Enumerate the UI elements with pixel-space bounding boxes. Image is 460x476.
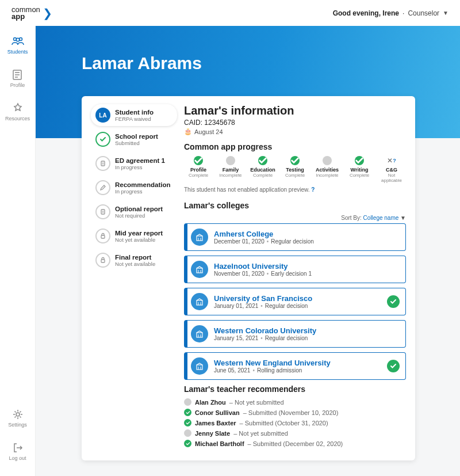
- college-card[interactable]: Western New England UniversityJune 05, 2…: [184, 352, 406, 380]
- college-badge-icon: [191, 357, 208, 375]
- colleges-list: Amherst CollegeDecember 01, 2020•Regular…: [184, 223, 406, 380]
- college-card[interactable]: Hazelnoot UniversityNovember 01, 2020•Ea…: [184, 256, 406, 283]
- college-meta: December 01, 2020•Regular decision: [214, 238, 314, 245]
- recommender-status: – Not yet submitted: [229, 399, 284, 406]
- progress-tile: FamilyIncomplete: [216, 156, 245, 183]
- college-name: University of San Francisco: [214, 294, 312, 303]
- check-icon: [95, 132, 110, 147]
- svg-rect-8: [101, 161, 105, 166]
- avatar-initials-icon: LA: [95, 108, 110, 123]
- preview-note: This student has not enabled application…: [184, 186, 406, 193]
- resources-icon: [12, 103, 24, 113]
- section-nav-item[interactable]: School reportSubmitted: [91, 128, 177, 150]
- section-nav-item[interactable]: ED agreement 1In progress: [91, 153, 177, 174]
- recommender-status: – Not yet submitted: [233, 430, 288, 437]
- svg-rect-28: [197, 365, 202, 370]
- progress-row: ProfileCompleteFamilyIncompleteEducation…: [184, 156, 406, 183]
- detail-panel: Lamar's information CAID: 12345678 🎂 Aug…: [184, 104, 406, 450]
- recommender-name: Conor Sullivan: [195, 409, 240, 416]
- help-icon[interactable]: ?: [311, 186, 315, 193]
- sort-control[interactable]: Sort By: College name ▼: [184, 215, 406, 221]
- progress-tile: ProfileComplete: [184, 156, 213, 183]
- progress-name: Activities: [313, 167, 342, 173]
- college-badge-icon: [191, 261, 208, 278]
- greeting-text: Good evening, Irene: [333, 9, 399, 17]
- na-icon: ✕ ?: [387, 156, 396, 165]
- section-nav-sub: Not yet available: [115, 237, 163, 243]
- recommenders-list: Alan Zhou – Not yet submittedConor Sulli…: [184, 398, 406, 447]
- college-card[interactable]: Western Colorado UniversityJanuary 15, 2…: [184, 320, 406, 348]
- nav-resources[interactable]: Resources: [5, 103, 30, 121]
- recommender-status: – Submitted (December 02, 2020): [248, 440, 343, 447]
- lock-icon: [95, 253, 110, 268]
- section-nav-title: ED agreement 1: [115, 157, 165, 164]
- svg-rect-15: [101, 260, 105, 262]
- done-badge-icon: [387, 360, 400, 372]
- chevron-down-icon: ▼: [443, 10, 448, 16]
- section-nav-title: Optional report: [115, 205, 163, 212]
- section-nav-item[interactable]: Final reportNot yet available: [91, 249, 177, 271]
- progress-name: Profile: [184, 167, 213, 173]
- nav-settings[interactable]: Settings: [8, 409, 27, 428]
- student-name-heading: Lamar Abrams: [82, 54, 202, 73]
- college-card[interactable]: Amherst CollegeDecember 01, 2020•Regular…: [184, 223, 406, 251]
- progress-status: Complete: [345, 173, 374, 178]
- section-nav-sub: FERPA waived: [115, 116, 154, 122]
- user-menu[interactable]: Good evening, Irene · Counselor ▼: [333, 9, 448, 17]
- nav-logout[interactable]: Log out: [9, 443, 26, 461]
- check-icon: [355, 156, 364, 165]
- progress-status: Not applicable: [377, 173, 406, 183]
- college-name: Hazelnoot University: [214, 262, 312, 271]
- svg-point-7: [16, 413, 20, 416]
- college-name: Western Colorado University: [214, 326, 316, 335]
- logout-icon: [12, 443, 24, 453]
- section-nav-item[interactable]: RecommendationIn progress: [91, 177, 177, 199]
- recommender-row: Jenny Slate – Not yet submitted: [184, 429, 406, 437]
- section-nav-item[interactable]: Optional reportNot required: [91, 201, 177, 223]
- side-nav: Students Profile Resources Settings Log: [0, 26, 36, 476]
- college-badge-icon: [191, 293, 208, 310]
- pending-icon: [184, 398, 191, 406]
- progress-name: Writing: [345, 167, 374, 173]
- check-icon: [184, 409, 191, 416]
- top-header: commonapp ❮ Good evening, Irene · Counse…: [0, 0, 460, 26]
- incomplete-icon: [323, 156, 332, 165]
- nav-students[interactable]: Students: [7, 36, 28, 55]
- college-meta: January 15, 2021•Regular decision: [214, 335, 316, 341]
- cake-icon: 🎂: [184, 128, 192, 135]
- progress-heading: Common app progress: [184, 142, 406, 151]
- progress-tile: ActivitiesIncomplete: [313, 156, 342, 183]
- college-card[interactable]: University of San FranciscoJanuary 01, 2…: [184, 288, 406, 315]
- info-title: Lamar's information: [184, 104, 406, 117]
- section-nav-item[interactable]: Mid year reportNot yet available: [91, 225, 177, 247]
- college-name: Amherst College: [214, 230, 314, 238]
- progress-status: Complete: [281, 173, 309, 178]
- svg-rect-22: [197, 300, 202, 305]
- recommenders-heading: Lamar's teacher recommenders: [184, 384, 406, 394]
- section-nav-title: Final report: [115, 254, 155, 261]
- progress-tile: EducationComplete: [248, 156, 277, 183]
- svg-rect-19: [197, 268, 202, 273]
- section-nav: LAStudent infoFERPA waivedSchool reportS…: [91, 104, 177, 450]
- svg-rect-11: [101, 210, 105, 214]
- progress-status: Complete: [248, 173, 277, 178]
- section-nav-title: Recommendation: [115, 181, 171, 188]
- content-area: Lamar Abrams LAStudent infoFERPA waivedS…: [36, 26, 460, 476]
- progress-name: Testing: [281, 167, 309, 173]
- recommender-name: Jenny Slate: [195, 430, 230, 437]
- students-icon: [12, 36, 24, 47]
- progress-status: Incomplete: [313, 173, 342, 178]
- nav-profile[interactable]: Profile: [10, 70, 25, 88]
- section-nav-sub: In progress: [115, 188, 171, 195]
- birthday-row: 🎂 August 24: [184, 128, 406, 135]
- college-meta: January 01, 2021•Regular decision: [214, 303, 312, 309]
- progress-status: Incomplete: [216, 173, 245, 178]
- section-nav-sub: Submitted: [115, 140, 158, 146]
- logo[interactable]: commonapp ❮: [12, 6, 52, 20]
- recommender-name: Alan Zhou: [195, 399, 226, 406]
- section-nav-item[interactable]: LAStudent infoFERPA waived: [91, 104, 177, 126]
- profile-icon: [11, 70, 24, 80]
- section-nav-sub: In progress: [115, 164, 165, 170]
- pencil-icon: [95, 180, 110, 195]
- document-icon: [95, 156, 110, 171]
